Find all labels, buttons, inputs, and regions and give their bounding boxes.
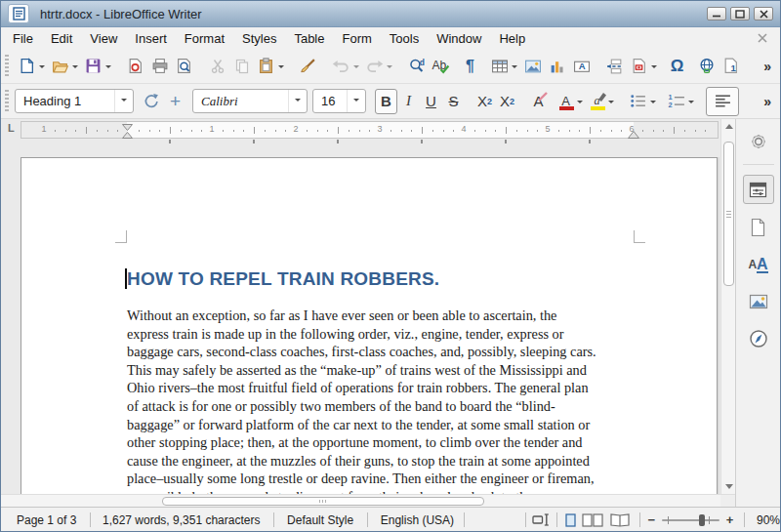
right-indent-marker[interactable] bbox=[628, 124, 639, 139]
superscript-button[interactable]: X2 bbox=[473, 89, 496, 114]
toolbar-drag-handle[interactable] bbox=[5, 55, 9, 78]
document-page[interactable]: HOW TO REPEL TRAIN ROBBERS. Without an e… bbox=[21, 157, 718, 494]
subscript-button[interactable]: X2 bbox=[496, 89, 518, 114]
document-heading[interactable]: HOW TO REPEL TRAIN ROBBERS. bbox=[127, 268, 439, 290]
menu-format[interactable]: Format bbox=[176, 29, 233, 48]
new-style-button[interactable]: + bbox=[163, 88, 187, 115]
insert-table-button[interactable] bbox=[487, 53, 512, 80]
menu-form[interactable]: Form bbox=[333, 29, 380, 48]
font-color-button[interactable]: A bbox=[555, 89, 577, 114]
insert-textbox-button[interactable]: A bbox=[569, 53, 594, 80]
paragraph-style-arrow[interactable] bbox=[114, 90, 133, 112]
zoom-out-button[interactable]: − bbox=[648, 512, 656, 527]
status-page-style[interactable]: Default Style bbox=[287, 513, 353, 527]
menu-window[interactable]: Window bbox=[428, 29, 490, 48]
save-dropdown[interactable] bbox=[105, 65, 111, 71]
sidebar-tab-navigator[interactable] bbox=[743, 325, 774, 352]
menu-edit[interactable]: Edit bbox=[42, 29, 81, 48]
menu-styles[interactable]: Styles bbox=[233, 29, 285, 48]
highlight-color-dropdown[interactable] bbox=[608, 101, 614, 106]
horizontal-ruler[interactable]: 1123456 bbox=[21, 121, 719, 139]
bullet-list-button[interactable] bbox=[626, 88, 650, 115]
highlight-color-button[interactable]: a bbox=[586, 89, 608, 114]
insert-page-break-button[interactable] bbox=[602, 53, 627, 80]
insert-chart-button[interactable] bbox=[545, 53, 569, 80]
minimize-button[interactable] bbox=[707, 7, 726, 20]
formatting-overflow-button[interactable]: » bbox=[763, 94, 771, 109]
status-zoom-level[interactable]: 90% bbox=[757, 513, 780, 527]
sidebar-tab-styles[interactable]: AA bbox=[743, 251, 774, 278]
save-button[interactable] bbox=[81, 53, 105, 80]
sidebar-tab-properties[interactable] bbox=[743, 175, 774, 204]
horizontal-scrollbar[interactable] bbox=[1, 494, 720, 507]
status-page-count[interactable]: Page 1 of 3 bbox=[17, 513, 76, 527]
undo-dropdown[interactable] bbox=[353, 65, 359, 71]
numbered-list-dropdown[interactable] bbox=[688, 101, 694, 106]
document-body-text[interactable]: Without an exception, so far as I have e… bbox=[127, 307, 607, 494]
redo-dropdown[interactable] bbox=[387, 65, 392, 71]
sidebar-tab-page[interactable] bbox=[743, 214, 774, 241]
new-document-button[interactable] bbox=[15, 53, 39, 80]
left-indent-marker[interactable] bbox=[122, 124, 133, 139]
insert-hyperlink-button[interactable] bbox=[694, 53, 719, 80]
scroll-up-button[interactable] bbox=[721, 119, 736, 134]
numbered-list-button[interactable]: 1 2 bbox=[664, 88, 688, 115]
paste-button[interactable] bbox=[254, 53, 278, 80]
scroll-down-button[interactable] bbox=[721, 479, 736, 494]
menu-help[interactable]: Help bbox=[490, 29, 534, 48]
export-pdf-button[interactable] bbox=[123, 53, 147, 80]
special-character-button[interactable]: Ω bbox=[665, 53, 689, 80]
font-name-arrow[interactable] bbox=[288, 90, 307, 112]
font-color-dropdown[interactable] bbox=[577, 101, 583, 106]
font-size-combo[interactable]: 16 bbox=[312, 89, 366, 113]
zoom-slider-thumb[interactable] bbox=[699, 514, 705, 526]
multi-page-view-button[interactable] bbox=[582, 513, 603, 527]
clone-formatting-button[interactable] bbox=[296, 53, 320, 80]
book-view-button[interactable] bbox=[609, 513, 631, 527]
paste-dropdown[interactable] bbox=[278, 65, 284, 71]
toolbar-overflow-button[interactable]: » bbox=[763, 59, 771, 74]
vertical-scrollbar[interactable] bbox=[720, 119, 735, 494]
sidebar-tab-gallery[interactable] bbox=[743, 288, 774, 315]
undo-button[interactable] bbox=[329, 53, 353, 80]
insert-field-dropdown[interactable] bbox=[651, 65, 657, 71]
menu-file[interactable]: File bbox=[4, 29, 42, 48]
tab-stop-selector[interactable]: L bbox=[8, 122, 15, 134]
menu-view[interactable]: View bbox=[81, 29, 126, 48]
find-replace-button[interactable]: d bbox=[404, 53, 429, 80]
new-document-dropdown[interactable] bbox=[39, 65, 45, 71]
insert-page-number-button[interactable]: 1 bbox=[719, 53, 743, 80]
vertical-scrollbar-thumb[interactable] bbox=[723, 142, 734, 286]
clear-formatting-button[interactable]: A bbox=[527, 89, 550, 114]
insert-field-button[interactable] bbox=[627, 53, 651, 80]
update-style-button[interactable] bbox=[139, 88, 163, 115]
formatting-toolbar-drag-handle[interactable] bbox=[5, 90, 9, 113]
open-file-dropdown[interactable] bbox=[72, 65, 78, 71]
status-language[interactable]: English (USA) bbox=[381, 513, 454, 527]
maximize-button[interactable] bbox=[730, 7, 750, 20]
strikethrough-button[interactable]: S bbox=[442, 89, 465, 114]
insert-table-dropdown[interactable] bbox=[512, 65, 517, 71]
align-left-button[interactable] bbox=[706, 87, 739, 116]
menu-table[interactable]: Table bbox=[285, 29, 333, 48]
single-page-view-button[interactable] bbox=[565, 513, 576, 527]
document-close-button[interactable] bbox=[758, 31, 767, 46]
status-selection-mode[interactable] bbox=[532, 513, 550, 526]
zoom-slider[interactable] bbox=[662, 519, 719, 521]
italic-button[interactable]: I bbox=[397, 89, 420, 114]
font-name-combo[interactable]: Calibri bbox=[192, 89, 308, 113]
print-button[interactable] bbox=[147, 53, 172, 80]
bullet-list-dropdown[interactable] bbox=[650, 101, 656, 106]
sidebar-settings-button[interactable] bbox=[743, 128, 774, 155]
font-size-arrow[interactable] bbox=[347, 90, 365, 112]
insert-image-button[interactable] bbox=[520, 53, 545, 80]
title-bar[interactable]: htrtr.docx - LibreOffice Writer bbox=[1, 1, 780, 27]
horizontal-scrollbar-thumb[interactable] bbox=[162, 497, 484, 506]
close-button[interactable] bbox=[754, 7, 773, 20]
open-file-button[interactable] bbox=[48, 53, 72, 80]
copy-button[interactable] bbox=[229, 53, 254, 80]
bold-button[interactable]: B bbox=[375, 89, 397, 114]
menu-tools[interactable]: Tools bbox=[381, 29, 428, 48]
cut-button[interactable] bbox=[205, 53, 229, 80]
paragraph-style-combo[interactable]: Heading 1 bbox=[15, 89, 134, 113]
